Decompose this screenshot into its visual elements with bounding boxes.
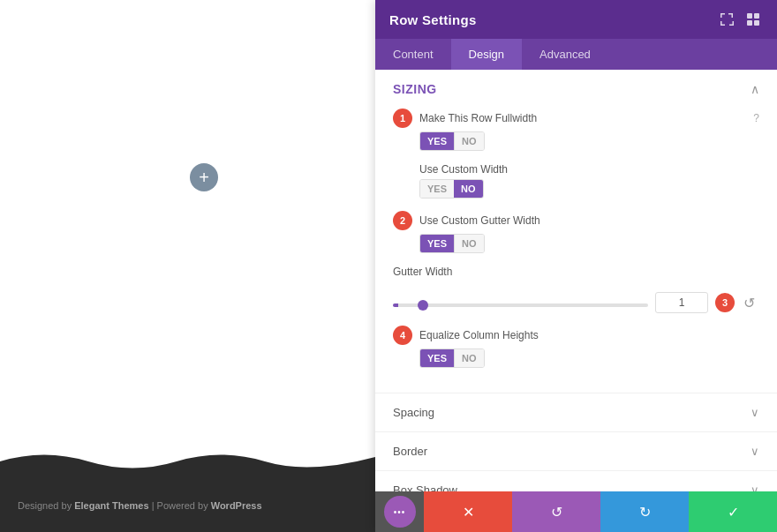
panel-title: Row Settings (389, 12, 477, 27)
toggle-no-custom-width[interactable]: NO (454, 180, 483, 198)
spacing-label: Spacing (393, 406, 434, 419)
gutter-control: 3 ↺ (393, 292, 759, 313)
redo-button[interactable]: ↻ (600, 491, 689, 532)
setting-equalize: 4 Equalize Column Heights YES NO (393, 326, 759, 368)
sizing-section: Sizing ∧ 1 Make This Row Fullwidth ? YES… (375, 70, 777, 393)
toggle-no-fullwidth[interactable]: NO (454, 132, 484, 150)
toggle-no-gutter[interactable]: NO (454, 235, 484, 252)
toggle-custom-width-wrapper: YES NO (393, 179, 759, 199)
more-options-button[interactable]: ••• (375, 491, 424, 532)
canvas-area: + Designed by Elegant Themes | Powered b… (0, 0, 375, 532)
step-badge-4: 4 (393, 326, 412, 345)
toggle-equalize-wrapper: YES NO (393, 348, 759, 368)
sizing-title: Sizing (393, 82, 437, 96)
tab-bar: Content Design Advanced (375, 39, 777, 70)
label-gutter-width: Use Custom Gutter Width (419, 214, 759, 227)
footer-bar: Designed by Elegant Themes | Powered by … (0, 479, 375, 532)
toggle-no-equalize[interactable]: NO (454, 349, 484, 367)
toggle-fullwidth[interactable]: YES NO (419, 131, 485, 151)
gutter-slider-row: Gutter Width 3 ↺ (393, 266, 759, 313)
toggle-equalize[interactable]: YES NO (419, 348, 485, 368)
svg-rect-3 (754, 20, 759, 26)
expand-icon[interactable] (717, 10, 736, 29)
redo-icon: ↻ (639, 504, 651, 521)
cancel-icon: ✕ (463, 504, 474, 521)
cancel-button[interactable]: ✕ (424, 491, 512, 532)
tab-content[interactable]: Content (375, 39, 451, 70)
toggle-yes-equalize[interactable]: YES (420, 349, 454, 367)
tab-advanced[interactable]: Advanced (522, 39, 608, 70)
svg-rect-0 (747, 13, 752, 19)
wordpress-link[interactable]: WordPress (211, 500, 262, 511)
label-equalize: Equalize Column Heights (419, 329, 759, 341)
setting-fullwidth: 1 Make This Row Fullwidth ? YES NO (393, 109, 759, 151)
step-badge-2: 2 (393, 211, 412, 230)
border-section[interactable]: Border ∨ (375, 431, 777, 470)
layout-icon[interactable] (743, 10, 763, 29)
label-custom-width: Use Custom Width (419, 163, 759, 176)
svg-rect-1 (754, 13, 759, 19)
sizing-collapse-icon[interactable]: ∧ (751, 82, 759, 96)
spacing-chevron: ∨ (751, 406, 759, 419)
toggle-yes-gutter[interactable]: YES (420, 235, 454, 252)
svg-rect-2 (747, 20, 752, 26)
toggle-gutter-width-wrapper: YES NO (393, 234, 759, 253)
header-icons (717, 10, 763, 29)
toggle-custom-width[interactable]: YES NO (419, 179, 484, 199)
plus-icon: + (199, 168, 209, 188)
step-badge-1: 1 (393, 109, 412, 128)
label-fullwidth: Make This Row Fullwidth (419, 112, 750, 124)
bottom-bar: ••• ✕ ↺ ↻ ✓ (375, 491, 777, 532)
save-button[interactable]: ✓ (689, 491, 777, 532)
add-element-button[interactable]: + (190, 163, 218, 191)
panel-body: Sizing ∧ 1 Make This Row Fullwidth ? YES… (375, 70, 777, 532)
undo-button[interactable]: ↺ (512, 491, 600, 532)
wave-decoration (0, 444, 375, 479)
border-chevron: ∨ (751, 445, 759, 458)
gutter-slider[interactable] (393, 303, 648, 307)
toggle-yes-fullwidth[interactable]: YES (420, 132, 454, 150)
setting-gutter-width: 2 Use Custom Gutter Width YES NO (393, 211, 759, 253)
panel-header: Row Settings (375, 0, 777, 39)
more-dots-icon: ••• (384, 496, 416, 528)
footer-text: Designed by Elegant Themes | Powered by … (18, 500, 262, 511)
gutter-width-label: Gutter Width (393, 266, 452, 278)
slider-wrapper (393, 295, 648, 311)
help-icon-fullwidth[interactable]: ? (753, 112, 759, 124)
toggle-fullwidth-wrapper: YES NO (393, 131, 759, 151)
undo-icon: ↺ (551, 504, 562, 521)
border-label: Border (393, 445, 427, 458)
tab-design[interactable]: Design (451, 39, 522, 70)
step-badge-3: 3 (715, 293, 735, 312)
row-settings-panel: Row Settings Content Design Advanced (375, 0, 777, 532)
spacing-section[interactable]: Spacing ∨ (375, 393, 777, 431)
setting-custom-width: Use Custom Width YES NO (393, 163, 759, 199)
elegant-themes-link[interactable]: Elegant Themes (74, 500, 148, 511)
toggle-yes-custom-width[interactable]: YES (420, 180, 454, 198)
gutter-reset-button[interactable]: ↺ (738, 292, 759, 313)
save-icon: ✓ (728, 504, 739, 521)
sizing-section-header: Sizing ∧ (393, 82, 759, 96)
toggle-gutter-width[interactable]: YES NO (419, 234, 485, 253)
gutter-value-input[interactable] (655, 292, 708, 313)
